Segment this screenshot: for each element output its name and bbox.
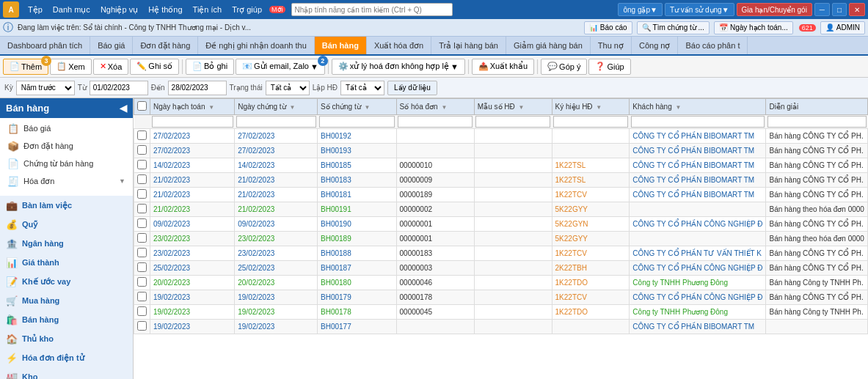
nav-tab-n-t-hng[interactable]: Đơn đặt hàng [133,37,198,54]
filter-so-hd-input[interactable] [398,116,473,128]
row-check-4[interactable] [134,188,150,202]
col-mau-so[interactable]: Mẫu số HĐ ▼ [474,99,552,115]
row-check-8[interactable] [134,246,150,261]
them-button[interactable]: 📄 Thêm 3 [3,59,48,75]
table-row[interactable]: 20/02/2023 20/02/2023 BH00180 00000046 1… [134,276,868,290]
trang-thai-select[interactable]: Tất cả [266,81,310,95]
report-button[interactable]: 📊Báo cáo [584,21,632,34]
xuat-khau-button[interactable]: 📤Xuất khẩu [472,59,534,75]
search-chung-tu-button[interactable]: 🔍Tìm chứng từ ... [637,21,710,34]
menu-danh-muc[interactable]: Danh mục [48,4,95,16]
menu-tep[interactable]: Tệp [23,4,47,16]
row-check-9[interactable] [134,261,150,276]
lay-du-lieu-button[interactable]: Lấy dữ liệu [387,81,437,95]
lap-hd-select[interactable]: Tất cả [340,81,384,95]
nav-tab-bo-gi[interactable]: Báo giá [90,37,133,54]
table-row[interactable]: 21/02/2023 21/02/2023 BH00191 00000002 5… [134,202,868,217]
menu-tien-ich[interactable]: Tiện ích [189,4,227,16]
table-row[interactable]: 23/02/2023 23/02/2023 BH00188 00000183 1… [134,246,868,261]
col-ngay-chung-tu[interactable]: Ngày chứng từ ▼ [235,99,318,115]
table-row[interactable]: 14/02/2023 14/02/2023 BH00185 00000010 1… [134,158,868,173]
nav-tab-bn-hng[interactable]: Bán hàng [315,37,367,54]
filter-ky-hieu-input[interactable] [553,116,628,128]
nav-tab--ngh-ghi-nhn-doanh-thu[interactable]: Đề nghị ghi nhận doanh thu [198,37,315,54]
row-check-10[interactable] [134,276,150,290]
sidebar-collapse-icon[interactable]: ◀ [120,103,127,114]
table-row[interactable]: 19/02/2023 19/02/2023 BH00178 00000045 1… [134,305,868,320]
nav-tab-gim-gi-hng-bn[interactable]: Giảm giá hàng bán [506,37,591,54]
xem-button[interactable]: 📋Xem [50,59,92,75]
table-row[interactable]: 27/02/2023 27/02/2023 BH00193 CÔNG TY CỔ… [134,144,868,158]
filter-khach-hang-input[interactable] [631,116,765,128]
sidebar-item-khe-uoc-vay[interactable]: 📝 Khế ước vay [0,272,133,291]
sidebar-item-hoa-don[interactable]: 🧾 Hóa đơn ▼ [0,172,133,190]
filter-so-ct-input[interactable] [319,116,395,128]
row-check-6[interactable] [134,217,150,232]
table-row[interactable]: 25/02/2023 25/02/2023 BH00187 00000003 2… [134,261,868,276]
col-khach-hang[interactable]: Khách hàng ▼ [630,99,766,115]
select-all-checkbox[interactable] [137,101,147,111]
col-ngay-hach-toan[interactable]: Ngày hạch toán ▼ [150,99,235,115]
col-so-hoa-don[interactable]: Số hóa đơn ▼ [396,99,474,115]
table-row[interactable]: 23/02/2023 23/02/2023 BH00189 00000001 5… [134,232,868,246]
notification-badge[interactable]: 621 [799,24,816,32]
ong-gap-button[interactable]: ông gặp ▼ [618,3,663,16]
nav-tab-xut-ha-n[interactable]: Xuất hóa đơn [367,37,431,54]
filter-date2-input[interactable] [236,116,316,128]
sidebar-item-gia-thanh[interactable]: 📊 Giá thành [0,253,133,272]
den-input[interactable] [168,81,227,95]
global-search-input[interactable] [291,3,453,16]
nav-tab-tr-li-hng-bn[interactable]: Trả lại hàng bán [431,37,506,54]
sidebar-item-ngan-hang[interactable]: 🏦 Ngân hàng [0,234,133,253]
sidebar-item-chung-tu[interactable]: 📄 Chứng từ bán hàng [0,155,133,172]
minimize-button[interactable]: ─ [814,3,830,16]
sidebar-item-thu-kho[interactable]: 🏠 Thủ kho [0,329,133,348]
nav-tab-cng-n[interactable]: Công nợ [632,37,678,54]
row-check-12[interactable] [134,305,150,320]
gui-email-button[interactable]: 📧Gửi email, Zalo ▼ 2 [236,59,325,75]
sidebar-item-mua-hang[interactable]: 🛒 Mua hàng [0,291,133,310]
sidebar-item-hoa-don-dien-tu[interactable]: ⚡ Hóa đơn điện tử [0,348,133,367]
ghi-so-button[interactable]: ✏️Ghi số [130,59,179,75]
table-row[interactable]: 27/02/2023 27/02/2023 BH00192 CÔNG TY CỔ… [134,129,868,144]
bo-ghi-button[interactable]: 📄Bỏ ghi [186,59,234,75]
table-row[interactable]: 09/02/2023 09/02/2023 BH00190 00000001 5… [134,217,868,232]
col-so-chung-tu[interactable]: Số chứng từ ▼ [318,99,397,115]
sidebar-item-ban-lam-viec[interactable]: 💼 Bàn làm việc [0,196,133,215]
menu-tro-giup[interactable]: Trợ giúp [227,4,266,16]
table-row[interactable]: 19/02/2023 19/02/2023 BH00179 00000178 1… [134,290,868,305]
sidebar-item-don-dat-hang[interactable]: 📦 Đơn đặt hàng [0,137,133,155]
row-check-1[interactable] [134,144,150,158]
row-check-7[interactable] [134,232,150,246]
tu-van-button[interactable]: Tư vấn sử dụng ▼ [665,3,734,16]
giup-button[interactable]: ❓Giúp [588,59,630,75]
row-check-2[interactable] [134,158,150,173]
row-check-13[interactable] [134,320,150,334]
col-ky-hieu[interactable]: Ký hiệu HĐ ▼ [552,99,630,115]
table-row[interactable]: 19/02/2023 19/02/2023 BH00177 CÔNG TY CỔ… [134,320,868,334]
sidebar-item-ban-hang[interactable]: 🛍️ Bán hàng [0,310,133,329]
ngay-hach-toan-button[interactable]: 📅Ngày hạch toán... [714,21,793,34]
nav-tab-dashboard-phn-tch[interactable]: Dashboard phân tích [0,37,90,54]
table-row[interactable]: 21/02/2023 21/02/2023 BH00181 00000189 1… [134,188,868,202]
row-check-11[interactable] [134,290,150,305]
tu-input[interactable] [90,81,148,95]
filter-date1-input[interactable] [152,116,233,128]
ky-select[interactable]: Năm trước [16,81,75,95]
nav-tab-thu-n[interactable]: Thu nợ [591,37,632,54]
admin-button[interactable]: 👤ADMIN [820,21,865,34]
table-row[interactable]: 21/02/2023 21/02/2023 BH00183 00000009 1… [134,173,868,188]
filter-mau-so-input[interactable] [475,116,550,128]
row-check-5[interactable] [134,202,150,217]
xoa-button[interactable]: ✕Xóa [93,59,129,75]
maximize-button[interactable]: □ [832,3,847,16]
filter-dien-giai-input[interactable] [767,116,867,128]
xu-ly-button[interactable]: ⚙️xử lý hoá đơn không hợp lệ ▼ [332,59,465,75]
close-button[interactable]: ✕ [849,3,865,16]
nav-tab-bo-co-phn-t[interactable]: Báo cáo phân t [678,37,748,54]
menu-nghiep-vu[interactable]: Nghiệp vụ [96,4,142,16]
gia-han-button[interactable]: Gia hạn/Chuyển gói [737,3,812,16]
menu-he-thong[interactable]: Hệ thống [144,4,186,16]
sidebar-item-quy[interactable]: 💰 Quỹ [0,215,133,234]
row-check-3[interactable] [134,173,150,188]
